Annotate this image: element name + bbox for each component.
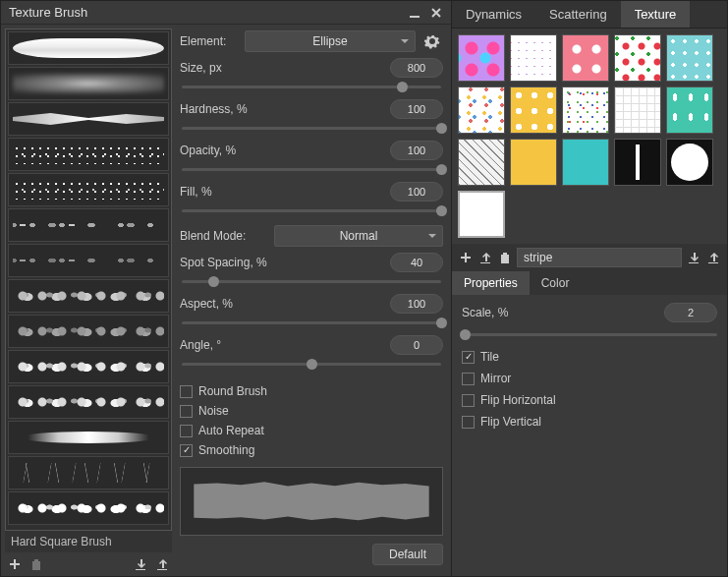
selected-brush-name: Hard Square Brush: [5, 531, 172, 552]
auto-repeat-checkbox[interactable]: Auto Repeat: [180, 422, 443, 439]
minimize-icon[interactable]: [408, 6, 421, 20]
size-label: Size, px: [180, 61, 222, 75]
scale-value[interactable]: 2: [664, 303, 717, 322]
add-texture-icon[interactable]: [458, 250, 474, 265]
panel-title: Texture Brush: [9, 5, 87, 20]
side-tabs: Dynamics Scattering Texture: [452, 1, 727, 29]
texture-grid: [452, 29, 727, 244]
noise-checkbox[interactable]: Noise: [180, 402, 443, 420]
brush-preset[interactable]: [8, 279, 169, 313]
brush-properties-column: Element: Ellipse Size, px800 Hardness, %…: [176, 25, 451, 576]
opacity-value[interactable]: 100: [390, 141, 443, 160]
brush-presets-column: Hard Square Brush: [1, 25, 176, 576]
angle-slider[interactable]: [182, 363, 441, 366]
mirror-checkbox[interactable]: Mirror: [462, 370, 717, 387]
aspect-slider[interactable]: [182, 321, 441, 324]
tile-checkbox[interactable]: Tile: [462, 348, 717, 366]
brush-preset[interactable]: [8, 350, 169, 383]
brush-preset[interactable]: [8, 173, 169, 206]
export-brush-icon[interactable]: [154, 556, 170, 572]
blend-mode-label: Blend Mode:: [180, 229, 268, 243]
default-button[interactable]: Default: [372, 544, 443, 565]
delete-texture-icon[interactable]: [497, 250, 513, 265]
scale-label: Scale, %: [462, 306, 508, 319]
opacity-label: Opacity, %: [180, 144, 236, 157]
smoothing-checkbox[interactable]: Smoothing: [180, 441, 443, 459]
panel-titlebar: Texture Brush: [1, 1, 451, 25]
texture-swatch[interactable]: [510, 34, 557, 82]
flip-vertical-checkbox[interactable]: Flip Vertical: [462, 413, 717, 431]
texture-brush-panel: Texture Brush Hard: [0, 0, 452, 577]
brush-preset[interactable]: [8, 138, 169, 171]
brush-preset[interactable]: [8, 385, 169, 419]
size-value[interactable]: 800: [390, 58, 443, 78]
texture-swatch[interactable]: [666, 87, 713, 134]
import-brush-icon[interactable]: [133, 556, 148, 572]
hardness-value[interactable]: 100: [390, 99, 443, 119]
brush-preset[interactable]: [8, 67, 169, 100]
aspect-value[interactable]: 100: [390, 294, 443, 314]
texture-toolbar: [452, 244, 727, 271]
size-slider[interactable]: [182, 86, 441, 88]
texture-swatch[interactable]: [458, 34, 505, 82]
subtab-properties[interactable]: Properties: [452, 271, 530, 295]
texture-swatch[interactable]: [614, 87, 661, 134]
export-textures-icon[interactable]: [705, 250, 721, 265]
tab-scattering[interactable]: Scattering: [535, 1, 621, 28]
blend-mode-dropdown[interactable]: Normal: [274, 225, 443, 247]
brush-preset[interactable]: [8, 208, 169, 242]
spacing-value[interactable]: 40: [390, 253, 443, 272]
fill-slider[interactable]: [182, 209, 441, 212]
texture-swatch[interactable]: [666, 139, 713, 186]
texture-swatch[interactable]: [562, 139, 609, 186]
fill-label: Fill, %: [180, 185, 212, 199]
element-dropdown[interactable]: Ellipse: [245, 30, 416, 52]
spacing-label: Spot Spacing, %: [180, 256, 267, 269]
element-label: Element:: [180, 34, 239, 48]
angle-label: Angle, °: [180, 338, 221, 352]
hardness-slider[interactable]: [182, 127, 441, 130]
brush-preset[interactable]: [8, 421, 169, 454]
texture-swatch[interactable]: [510, 139, 557, 186]
brush-preset[interactable]: [8, 31, 169, 65]
texture-swatch[interactable]: [614, 34, 661, 82]
texture-filter-input[interactable]: [517, 248, 682, 267]
brush-preset[interactable]: [8, 244, 169, 277]
hardness-label: Hardness, %: [180, 102, 248, 116]
opacity-slider[interactable]: [182, 168, 441, 171]
angle-value[interactable]: 0: [390, 335, 443, 355]
svg-rect-0: [410, 16, 420, 18]
scale-slider[interactable]: [462, 333, 717, 336]
spacing-slider[interactable]: [182, 280, 441, 283]
element-settings-gear-icon[interactable]: [421, 30, 443, 52]
brush-stroke-preview: [180, 467, 443, 536]
flip-horizontal-checkbox[interactable]: Flip Horizontal: [462, 391, 717, 409]
fill-value[interactable]: 100: [390, 182, 443, 202]
brush-preset[interactable]: [8, 315, 169, 348]
texture-swatch[interactable]: [666, 34, 713, 82]
brush-preset-list[interactable]: [5, 29, 172, 531]
upload-texture-icon[interactable]: [477, 250, 493, 265]
texture-side-panel: Dynamics Scattering Texture Properties C…: [452, 0, 728, 577]
tab-dynamics[interactable]: Dynamics: [452, 1, 535, 28]
texture-subtabs: Properties Color: [452, 271, 727, 295]
brush-preset[interactable]: [8, 456, 169, 490]
brush-preset[interactable]: [8, 102, 169, 136]
aspect-label: Aspect, %: [180, 297, 233, 311]
texture-swatch[interactable]: [562, 34, 609, 82]
delete-brush-icon[interactable]: [28, 556, 44, 572]
close-icon[interactable]: [429, 6, 443, 20]
import-textures-icon[interactable]: [686, 250, 701, 265]
subtab-color[interactable]: Color: [530, 271, 582, 295]
texture-swatch[interactable]: [510, 87, 557, 134]
texture-swatch[interactable]: [458, 87, 505, 134]
texture-swatch[interactable]: [458, 191, 505, 238]
round-brush-checkbox[interactable]: Round Brush: [180, 382, 443, 400]
tab-texture[interactable]: Texture: [621, 1, 691, 28]
texture-swatch[interactable]: [458, 139, 505, 186]
texture-swatch[interactable]: [614, 139, 661, 186]
texture-swatch[interactable]: [562, 87, 609, 134]
brush-preset[interactable]: [8, 491, 169, 525]
add-brush-icon[interactable]: [7, 556, 23, 572]
